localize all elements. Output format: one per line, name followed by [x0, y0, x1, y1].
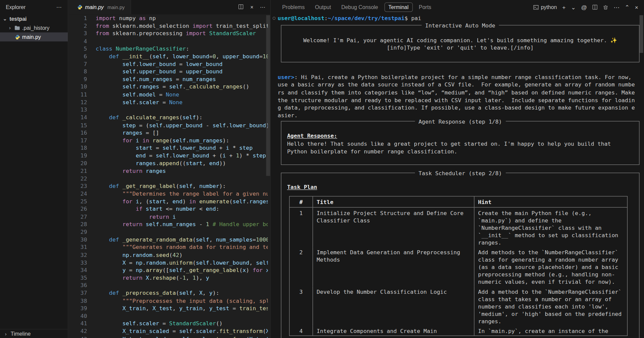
- editor-actions: × ⋯: [238, 4, 270, 11]
- line-number: 37: [68, 289, 87, 297]
- line-number: 22: [68, 175, 87, 182]
- editor-scrollbar[interactable]: [266, 15, 270, 176]
- explorer-sidebar: Explorer ⋯ ⌄ testpai › .pai_history main…: [0, 0, 68, 338]
- line-number: 2: [68, 22, 87, 30]
- line-number: 28: [68, 220, 87, 228]
- code-editor[interactable]: 1234567891011121314151617181920212223242…: [68, 14, 270, 338]
- code-line[interactable]: [96, 37, 268, 45]
- code-line[interactable]: def __init__(self, lower_bound=0, upper_…: [96, 53, 268, 60]
- code-line[interactable]: """Preprocesses the input data (scaling,…: [96, 297, 268, 305]
- code-line[interactable]: self.model = None: [96, 91, 268, 98]
- code-line[interactable]: def _generate_random_data(self, num_samp…: [96, 236, 268, 244]
- panel-tab-terminal[interactable]: Terminal: [384, 2, 413, 12]
- code-line[interactable]: return X.reshape(-1, 1), y: [96, 274, 268, 282]
- panel-tab-debug-console[interactable]: Debug Console: [337, 2, 382, 12]
- line-number: 41: [68, 320, 87, 327]
- code-line[interactable]: def _preprocess_data(self, X, y):: [96, 289, 268, 297]
- tree-root-testpai[interactable]: ⌄ testpai: [0, 14, 68, 23]
- code-line[interactable]: [96, 106, 268, 114]
- editor-more-icon[interactable]: ⋯: [260, 4, 265, 10]
- code-line[interactable]: X_test_scaled = self.scaler.transform(X_…: [96, 335, 268, 338]
- code-line[interactable]: self.scaler = None: [96, 98, 268, 106]
- terminal-content[interactable]: ○user@localhost:~/space/dev/try/testpai$…: [271, 14, 644, 338]
- code-line[interactable]: y = np.array([self._get_range_label(x) f…: [96, 266, 268, 274]
- explorer-more-icon[interactable]: ⋯: [56, 4, 62, 10]
- line-number: 14: [68, 114, 87, 121]
- prompt-user: user@localhost: [278, 15, 324, 21]
- code-line[interactable]: [96, 281, 268, 289]
- editor-tab-main-py[interactable]: main.py main.py: [68, 0, 131, 14]
- line-number: 16: [68, 129, 87, 137]
- close-panel-icon[interactable]: ×: [635, 4, 638, 11]
- code-line[interactable]: end = self.lower_bound + (i + 1) * step: [96, 152, 268, 159]
- python-file-icon: [77, 4, 83, 10]
- panel-tab-output[interactable]: Output: [311, 2, 335, 12]
- code-line[interactable]: [96, 312, 268, 320]
- code-line[interactable]: if start <= number < end:: [96, 205, 268, 213]
- vscode-window: Explorer ⋯ ⌄ testpai › .pai_history main…: [0, 0, 644, 338]
- code-line[interactable]: for i, (start, end) in enumerate(self.ra…: [96, 198, 268, 205]
- maximize-panel-icon[interactable]: ⌃: [625, 4, 630, 11]
- tree-item-pai-history[interactable]: › .pai_history: [0, 23, 68, 32]
- panel-tab-ports[interactable]: Ports: [415, 2, 435, 12]
- code-line[interactable]: self.num_ranges = num_ranges: [96, 75, 268, 83]
- code-line[interactable]: start = self.lower_bound + i * step: [96, 144, 268, 152]
- panel-more-icon[interactable]: ⋯: [613, 4, 619, 11]
- code-line[interactable]: def _get_range_label(self, number):: [96, 182, 268, 190]
- code-content[interactable]: import numpy as npfrom sklearn.model_sel…: [96, 14, 268, 338]
- split-icon: [592, 4, 598, 10]
- code-line[interactable]: return i: [96, 213, 268, 220]
- terminal-profile-select[interactable]: python: [533, 4, 557, 10]
- code-line[interactable]: """Determines the range label for a give…: [96, 190, 268, 198]
- code-line[interactable]: ranges.append((start, end)): [96, 159, 268, 167]
- code-line[interactable]: X_train_sca1ed = self.scaler.fit_transfo…: [96, 327, 268, 335]
- code-line[interactable]: return self.num_ranges - 1 # Handle uppe…: [96, 220, 268, 228]
- line-number: 36: [68, 281, 87, 289]
- close-editor-icon[interactable]: ×: [250, 4, 253, 10]
- line-number: 24: [68, 190, 87, 198]
- column-header-title: Title: [313, 196, 474, 207]
- split-editor-icon[interactable]: [238, 4, 244, 11]
- code-line[interactable]: [96, 175, 268, 182]
- new-terminal-button[interactable]: +: [562, 4, 566, 11]
- code-line[interactable]: self.ranges = self._calculate_ranges(): [96, 83, 268, 91]
- code-line[interactable]: import numpy as np: [96, 14, 268, 22]
- code-line[interactable]: self.lower_bound = lower_bound: [96, 60, 268, 68]
- code-line[interactable]: class NumberRangeClassifier:: [96, 45, 268, 53]
- line-number: 8: [68, 68, 87, 75]
- code-line[interactable]: ranges = []: [96, 129, 268, 137]
- code-line[interactable]: def _calculate_ranges(self):: [96, 114, 268, 121]
- code-line[interactable]: self.scaler = StandardScaler(): [96, 320, 268, 327]
- split-terminal-button[interactable]: [592, 4, 598, 10]
- task-cell: Develop the Number Classification Logic: [313, 286, 474, 326]
- agent-response-heading: Agent Response:: [287, 132, 337, 140]
- code-line[interactable]: return ranges: [96, 167, 268, 175]
- line-number: 5: [68, 45, 87, 53]
- kill-terminal-button[interactable]: [603, 4, 608, 10]
- at-icon[interactable]: @: [581, 4, 587, 11]
- line-number: 1: [68, 14, 87, 22]
- code-line[interactable]: X = np.random.uniform(self.lower_bound, …: [96, 259, 268, 266]
- line-number: 18: [68, 144, 87, 152]
- code-line[interactable]: for i in range(self.num_ranges):: [96, 136, 268, 144]
- terminal-scrollbar[interactable]: [640, 15, 643, 53]
- code-line[interactable]: from sklearn.model_selection import trai…: [96, 22, 268, 30]
- chevron-right-icon: ›: [3, 331, 8, 337]
- timeline-label: Timeline: [11, 331, 31, 337]
- file-label: .pai_history: [22, 25, 49, 31]
- code-line[interactable]: self.upper_bound = upper_bound: [96, 68, 268, 75]
- panel-tab-problems[interactable]: Problems: [278, 2, 309, 12]
- code-line[interactable]: from sklearn.preprocessing import Standa…: [96, 29, 268, 37]
- editor-group: main.py main.py × ⋯ 12345678910111213141…: [68, 0, 270, 338]
- code-line[interactable]: X_train, X_test, y_train, y_test = train…: [96, 305, 268, 312]
- code-line[interactable]: step = (self.upper_bound - self.lower_bo…: [96, 121, 268, 129]
- code-line[interactable]: """Generates random data for training an…: [96, 243, 268, 251]
- line-number: 32: [68, 251, 87, 259]
- tree-item-main-py[interactable]: main.py: [0, 32, 68, 42]
- chevron-down-icon[interactable]: ⌄: [571, 4, 576, 11]
- timeline-section[interactable]: › Timeline: [0, 329, 68, 338]
- code-line[interactable]: np.random.seed(42): [96, 251, 268, 259]
- line-number: 35: [68, 274, 87, 282]
- user-message-text: : Hi Pai, create a Python boilerplate pr…: [278, 74, 638, 118]
- code-line[interactable]: [96, 228, 268, 236]
